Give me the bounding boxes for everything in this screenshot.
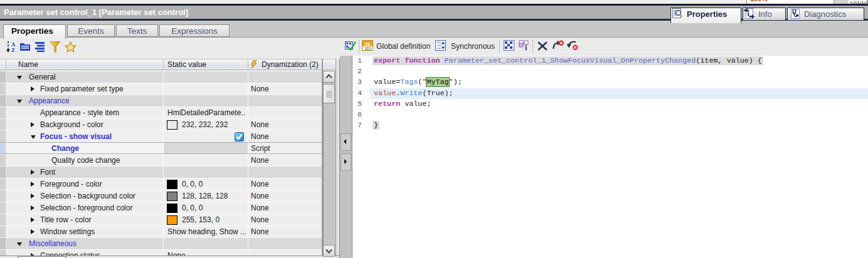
svg-text:Z: Z [11, 47, 15, 53]
svg-text:101: 101 [364, 46, 371, 51]
